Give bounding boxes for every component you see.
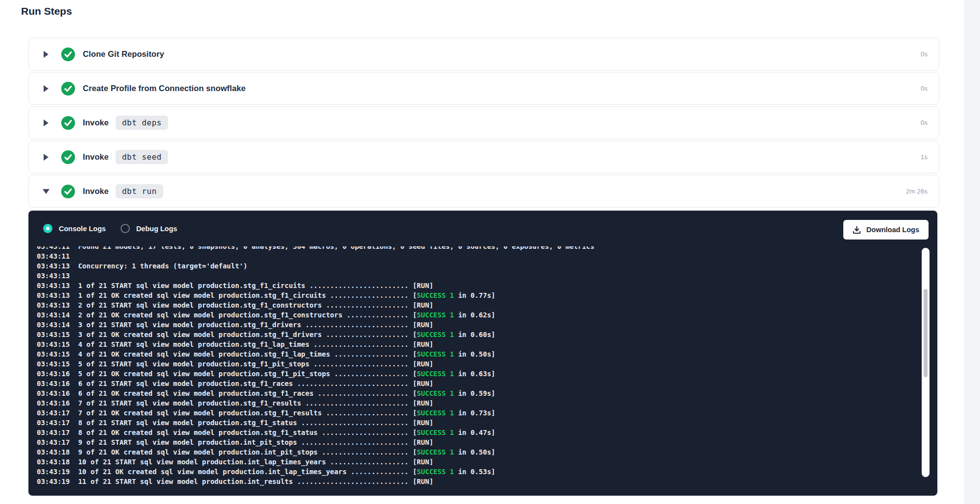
- step-row-invoke-dbt-deps[interactable]: Invoke dbt deps 0s: [28, 106, 939, 139]
- log-line: 03:43:189 of 21 OK created sql view mode…: [37, 447, 918, 457]
- step-label: Clone Git Repository: [83, 49, 164, 59]
- log-line: 03:43:155 of 21 START sql view model pro…: [37, 359, 918, 369]
- command-chip: dbt seed: [116, 150, 168, 164]
- console-logs-radio[interactable]: Console Logs: [43, 224, 106, 233]
- log-line: 03:43:1910 of 21 OK created sql view mod…: [37, 467, 918, 477]
- step-label: Invoke: [83, 152, 109, 162]
- log-line: 03:43:179 of 21 START sql view model pro…: [37, 437, 918, 447]
- download-logs-label: Download Logs: [866, 226, 919, 234]
- step-duration: 0s: [921, 50, 928, 58]
- download-logs-button[interactable]: Download Logs: [843, 220, 929, 240]
- step-label: Invoke: [83, 118, 109, 127]
- console-log-viewport[interactable]: 03:43:11Found 21 models, 17 tests, 0 sna…: [28, 246, 918, 494]
- step-duration: 0s: [921, 85, 928, 92]
- debug-logs-radio[interactable]: Debug Logs: [121, 224, 177, 233]
- log-line: 03:43:142 of 21 OK created sql view mode…: [37, 310, 918, 320]
- log-line: 03:43:178 of 21 START sql view model pro…: [37, 418, 918, 428]
- log-line: 03:43:178 of 21 OK created sql view mode…: [37, 428, 918, 437]
- log-type-radio-group: Console Logs Debug Logs: [43, 211, 177, 246]
- log-toolbar: Console Logs Debug Logs Download Logs: [28, 211, 937, 246]
- page-title: Run Steps: [21, 5, 72, 17]
- success-check-icon: [61, 185, 75, 198]
- expand-caret-icon[interactable]: [43, 154, 49, 161]
- step-duration: 2m 26s: [906, 188, 928, 195]
- log-line: 03:43:13: [37, 271, 918, 281]
- log-line: 03:43:1810 of 21 START sql view model pr…: [37, 457, 918, 467]
- log-line: 03:43:154 of 21 OK created sql view mode…: [37, 349, 918, 359]
- success-check-icon: [61, 116, 75, 130]
- log-line: 03:43:153 of 21 OK created sql view mode…: [37, 330, 918, 339]
- log-line: 03:43:143 of 21 START sql view model pro…: [37, 320, 918, 330]
- log-line: 03:43:165 of 21 OK created sql view mode…: [37, 369, 918, 379]
- log-line: 03:43:1911 of 21 START sql view model pr…: [37, 477, 918, 486]
- page-right-gutter: [964, 0, 980, 504]
- console-scrollbar-track[interactable]: [922, 248, 930, 477]
- step-row-invoke-dbt-run[interactable]: Invoke dbt run 2m 26s: [28, 175, 939, 208]
- log-line: 03:43:177 of 21 OK created sql view mode…: [37, 408, 918, 418]
- run-steps-list: Clone Git Repository 0s Create Profile f…: [28, 38, 939, 208]
- step-row-clone-git-repository[interactable]: Clone Git Repository 0s: [28, 38, 939, 71]
- command-chip: dbt run: [116, 184, 163, 198]
- step-label: Invoke: [83, 187, 109, 196]
- expand-caret-icon[interactable]: [43, 85, 49, 92]
- expand-caret-icon[interactable]: [43, 120, 49, 126]
- console-log-content: 03:43:11Found 21 models, 17 tests, 0 sna…: [37, 246, 918, 486]
- download-icon: [853, 226, 861, 234]
- log-line: 03:43:166 of 21 OK created sql view mode…: [37, 388, 918, 398]
- success-check-icon: [61, 150, 75, 164]
- step-duration: 0s: [921, 119, 928, 126]
- debug-logs-label[interactable]: Debug Logs: [136, 225, 177, 233]
- radio-unselected-icon[interactable]: [121, 224, 130, 233]
- log-line: 03:43:166 of 21 START sql view model pro…: [37, 379, 918, 388]
- log-line: 03:43:11Found 21 models, 17 tests, 0 sna…: [37, 246, 918, 251]
- console-scrollbar-thumb[interactable]: [924, 289, 928, 377]
- success-check-icon: [61, 82, 75, 96]
- log-line: 03:43:13Concurrency: 1 threads (target='…: [37, 261, 918, 271]
- log-viewer-panel: Console Logs Debug Logs Download Logs 03…: [28, 211, 937, 496]
- log-line: 03:43:131 of 21 OK created sql view mode…: [37, 290, 918, 300]
- radio-selected-icon[interactable]: [43, 224, 52, 233]
- step-duration: 1s: [921, 153, 928, 161]
- step-row-invoke-dbt-seed[interactable]: Invoke dbt seed 1s: [28, 141, 939, 173]
- command-chip: dbt deps: [116, 116, 168, 130]
- collapse-caret-icon[interactable]: [43, 189, 49, 194]
- step-row-create-profile[interactable]: Create Profile from Connection snowflake…: [28, 72, 939, 105]
- log-line: 03:43:131 of 21 START sql view model pro…: [37, 281, 918, 290]
- step-label: Create Profile from Connection snowflake: [83, 84, 245, 93]
- console-logs-label[interactable]: Console Logs: [59, 225, 106, 233]
- expand-caret-icon[interactable]: [43, 51, 49, 58]
- log-line: 03:43:154 of 21 START sql view model pro…: [37, 339, 918, 349]
- log-line: 03:43:167 of 21 START sql view model pro…: [37, 398, 918, 408]
- success-check-icon: [61, 48, 75, 61]
- log-line: 03:43:132 of 21 START sql view model pro…: [37, 300, 918, 310]
- log-line: 03:43:11: [37, 251, 918, 261]
